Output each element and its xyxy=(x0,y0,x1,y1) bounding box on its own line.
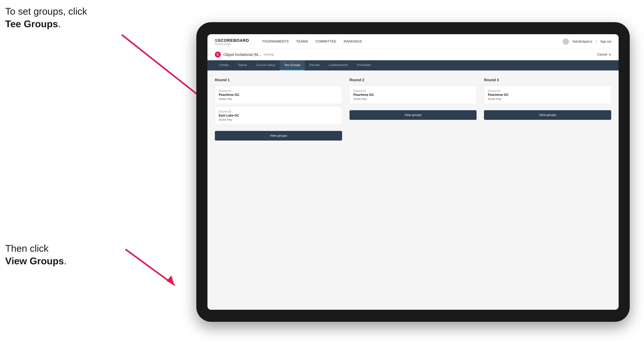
svg-marker-3 xyxy=(167,276,174,285)
round-2-view-groups-button[interactable]: View groups xyxy=(350,110,477,120)
round-3-course-a-name: Peachtree GC xyxy=(488,93,607,97)
round-1-course-b-name: East Lake GC xyxy=(219,114,338,117)
nav-right: blair@clippd.io | Sign out xyxy=(563,38,611,45)
sub-nav: C Clippd Invitational (M... Hosting Canc… xyxy=(208,49,619,60)
round-1-course-a-format: Stroke Play xyxy=(219,97,338,100)
tab-details[interactable]: Details xyxy=(215,60,233,70)
nav-teams[interactable]: TEAMS xyxy=(296,40,308,43)
round-1-column: Round 1 (Course A) Peachtree GC Stroke P… xyxy=(215,78,342,141)
round-1-view-groups-button[interactable]: View groups xyxy=(215,131,342,141)
round-3-title: Round 3 xyxy=(484,78,611,82)
logo-s: S xyxy=(215,38,218,43)
round-1-course-b-label: (Course B) xyxy=(219,110,338,113)
round-2-course-a-card: (Course A) Peachtree GC Stroke Play xyxy=(350,86,477,104)
round-2-course-a-label: (Course A) xyxy=(354,89,473,92)
round-3-course-a-card: (Course A) Peachtree GC Stroke Play xyxy=(484,86,611,104)
round-3-view-groups-button[interactable]: View groups xyxy=(484,110,611,120)
rounds-grid: Round 1 (Course A) Peachtree GC Stroke P… xyxy=(215,78,611,141)
instruction-period-2: . xyxy=(64,256,66,266)
tablet-screen: SSCOREBOARD Powered by clipd TOURNAMENTS… xyxy=(208,34,619,310)
main-content: Round 1 (Course A) Peachtree GC Stroke P… xyxy=(208,70,619,310)
user-avatar xyxy=(563,38,569,45)
svg-line-2 xyxy=(126,250,174,285)
event-icon: C xyxy=(215,52,221,57)
logo-sub: Powered by clipd xyxy=(215,43,249,45)
user-email: blair@clippd.io xyxy=(573,40,592,43)
sign-out-link[interactable]: Sign out xyxy=(600,40,611,43)
close-icon: ✕ xyxy=(608,53,611,57)
instruction-top-line1: To set groups, click xyxy=(5,6,87,17)
logo-text: SSCOREBOARD xyxy=(215,38,249,43)
tab-results[interactable]: Results xyxy=(305,60,324,70)
logo-area: SSCOREBOARD Powered by clipd xyxy=(215,38,249,45)
instruction-view-groups-text: View Groups xyxy=(5,256,64,266)
instruction-top: To set groups, click Tee Groups. xyxy=(5,5,87,30)
round-2-title: Round 2 xyxy=(350,78,477,82)
logo-full: SCOREBOARD xyxy=(218,38,249,43)
round-2-course-a-name: Peachtree GC xyxy=(354,93,473,97)
cancel-button[interactable]: Cancel ✕ xyxy=(597,53,611,57)
round-2-course-a-format: Stroke Play xyxy=(354,97,473,100)
top-nav: SSCOREBOARD Powered by clipd TOURNAMENTS… xyxy=(208,34,619,49)
tab-teams[interactable]: Teams xyxy=(233,60,252,70)
round-3-course-a-format: Stroke Play xyxy=(488,97,607,100)
event-title: C Clippd Invitational (M... Hosting xyxy=(215,52,274,57)
event-icon-letter: C xyxy=(217,53,219,57)
round-1-course-a-card: (Course A) Peachtree GC Stroke Play xyxy=(215,86,342,104)
nav-rankings[interactable]: RANKINGS xyxy=(344,40,362,43)
round-3-column: Round 3 (Course A) Peachtree GC Stroke P… xyxy=(484,78,611,141)
instruction-tee-groups-text: Tee Groups xyxy=(5,18,58,29)
cancel-label: Cancel xyxy=(597,53,607,56)
round-1-course-a-label: (Course A) xyxy=(219,89,338,92)
svg-line-0 xyxy=(122,35,202,98)
nav-committee[interactable]: COMMITTEE xyxy=(316,40,336,43)
tab-course-setup[interactable]: Course Setup xyxy=(252,60,280,70)
tab-leaderboards[interactable]: Leaderboards xyxy=(324,60,353,70)
hosting-badge: Hosting xyxy=(264,53,274,56)
round-1-title: Round 1 xyxy=(215,78,342,82)
tab-bar: Details Teams Course Setup Tee Groups Re… xyxy=(208,60,619,70)
tab-tee-groups[interactable]: Tee Groups xyxy=(280,60,305,70)
round-3-course-a-label: (Course A) xyxy=(488,89,607,92)
arrow-view-groups xyxy=(111,244,185,296)
nav-links: TOURNAMENTS TEAMS COMMITTEE RANKINGS xyxy=(262,40,554,43)
round-2-column: Round 2 (Course A) Peachtree GC Stroke P… xyxy=(350,78,477,141)
round-1-course-a-name: Peachtree GC xyxy=(219,93,338,97)
instruction-period-1: . xyxy=(58,18,60,29)
tab-printables[interactable]: Printables xyxy=(353,60,376,70)
round-1-course-b-card: (Course B) East Lake GC Stroke Play xyxy=(215,107,342,125)
event-name: Clippd Invitational (M... xyxy=(223,52,261,57)
tablet-device: SSCOREBOARD Powered by clipd TOURNAMENTS… xyxy=(196,22,630,322)
instruction-bottom: Then click View Groups. xyxy=(5,242,66,267)
round-1-course-b-format: Stroke Play xyxy=(219,118,338,121)
nav-tournaments[interactable]: TOURNAMENTS xyxy=(262,40,289,43)
instruction-bottom-line1: Then click xyxy=(5,243,48,254)
